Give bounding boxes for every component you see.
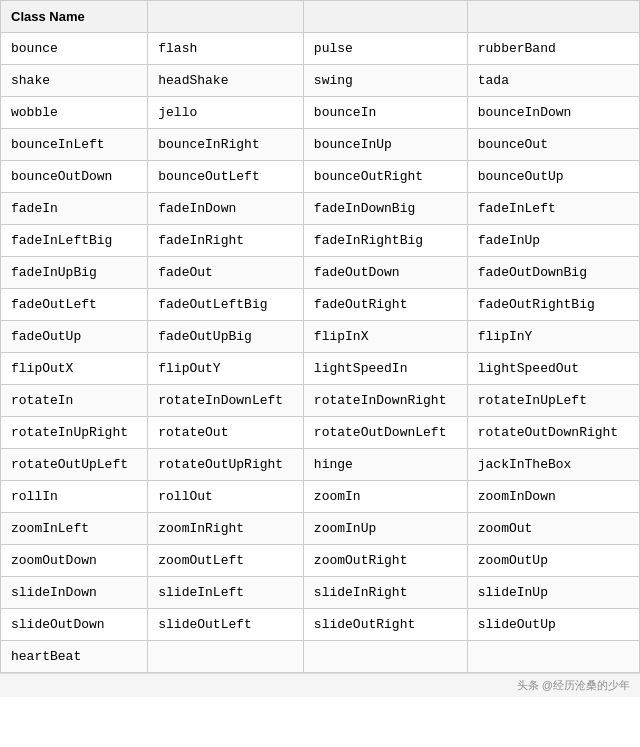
cell-2-1: jello bbox=[148, 97, 304, 129]
cell-19-1 bbox=[148, 641, 304, 673]
cell-0-2: pulse bbox=[303, 33, 467, 65]
cell-13-2: hinge bbox=[303, 449, 467, 481]
cell-15-3: zoomOut bbox=[467, 513, 639, 545]
cell-15-0: zoomInLeft bbox=[1, 513, 148, 545]
cell-18-2: slideOutRight bbox=[303, 609, 467, 641]
cell-4-3: bounceOutUp bbox=[467, 161, 639, 193]
animation-class-table: Class Name bounceflashpulserubberBandsha… bbox=[0, 0, 640, 673]
table-row: shakeheadShakeswingtada bbox=[1, 65, 640, 97]
cell-8-0: fadeOutLeft bbox=[1, 289, 148, 321]
cell-16-2: zoomOutRight bbox=[303, 545, 467, 577]
cell-9-1: fadeOutUpBig bbox=[148, 321, 304, 353]
cell-7-1: fadeOut bbox=[148, 257, 304, 289]
cell-12-0: rotateInUpRight bbox=[1, 417, 148, 449]
cell-14-0: rollIn bbox=[1, 481, 148, 513]
cell-15-2: zoomInUp bbox=[303, 513, 467, 545]
table-row: bounceflashpulserubberBand bbox=[1, 33, 640, 65]
cell-0-1: flash bbox=[148, 33, 304, 65]
table-row: rotateInrotateInDownLeftrotateInDownRigh… bbox=[1, 385, 640, 417]
table-row: bounceInLeftbounceInRightbounceInUpbounc… bbox=[1, 129, 640, 161]
footer-text: 头条 @经历沧桑的少年 bbox=[517, 679, 630, 691]
cell-13-0: rotateOutUpLeft bbox=[1, 449, 148, 481]
footer-bar: 头条 @经历沧桑的少年 bbox=[0, 673, 640, 697]
col-header-1: Class Name bbox=[1, 1, 148, 33]
cell-2-2: bounceIn bbox=[303, 97, 467, 129]
cell-13-3: jackInTheBox bbox=[467, 449, 639, 481]
cell-19-2 bbox=[303, 641, 467, 673]
cell-1-0: shake bbox=[1, 65, 148, 97]
table-row: rotateInUpRightrotateOutrotateOutDownLef… bbox=[1, 417, 640, 449]
table-row: fadeOutUpfadeOutUpBigflipInXflipInY bbox=[1, 321, 640, 353]
cell-15-1: zoomInRight bbox=[148, 513, 304, 545]
cell-10-3: lightSpeedOut bbox=[467, 353, 639, 385]
cell-16-1: zoomOutLeft bbox=[148, 545, 304, 577]
col-header-3 bbox=[303, 1, 467, 33]
cell-5-2: fadeInDownBig bbox=[303, 193, 467, 225]
cell-12-2: rotateOutDownLeft bbox=[303, 417, 467, 449]
cell-16-3: zoomOutUp bbox=[467, 545, 639, 577]
cell-1-1: headShake bbox=[148, 65, 304, 97]
table-row: wobblejellobounceInbounceInDown bbox=[1, 97, 640, 129]
cell-3-3: bounceOut bbox=[467, 129, 639, 161]
cell-11-2: rotateInDownRight bbox=[303, 385, 467, 417]
cell-8-1: fadeOutLeftBig bbox=[148, 289, 304, 321]
table-row: slideOutDownslideOutLeftslideOutRightsli… bbox=[1, 609, 640, 641]
cell-5-0: fadeIn bbox=[1, 193, 148, 225]
cell-9-0: fadeOutUp bbox=[1, 321, 148, 353]
table-row: fadeInUpBigfadeOutfadeOutDownfadeOutDown… bbox=[1, 257, 640, 289]
cell-3-2: bounceInUp bbox=[303, 129, 467, 161]
cell-7-0: fadeInUpBig bbox=[1, 257, 148, 289]
cell-4-0: bounceOutDown bbox=[1, 161, 148, 193]
cell-17-1: slideInLeft bbox=[148, 577, 304, 609]
cell-9-2: flipInX bbox=[303, 321, 467, 353]
cell-17-3: slideInUp bbox=[467, 577, 639, 609]
cell-6-2: fadeInRightBig bbox=[303, 225, 467, 257]
cell-17-0: slideInDown bbox=[1, 577, 148, 609]
cell-8-2: fadeOutRight bbox=[303, 289, 467, 321]
cell-7-2: fadeOutDown bbox=[303, 257, 467, 289]
cell-18-3: slideOutUp bbox=[467, 609, 639, 641]
cell-9-3: flipInY bbox=[467, 321, 639, 353]
cell-0-3: rubberBand bbox=[467, 33, 639, 65]
table-row: rotateOutUpLeftrotateOutUpRighthingejack… bbox=[1, 449, 640, 481]
cell-19-0: heartBeat bbox=[1, 641, 148, 673]
table-row: heartBeat bbox=[1, 641, 640, 673]
table-row: fadeOutLeftfadeOutLeftBigfadeOutRightfad… bbox=[1, 289, 640, 321]
table-row: rollInrollOutzoomInzoomInDown bbox=[1, 481, 640, 513]
cell-12-1: rotateOut bbox=[148, 417, 304, 449]
cell-11-3: rotateInUpLeft bbox=[467, 385, 639, 417]
cell-16-0: zoomOutDown bbox=[1, 545, 148, 577]
cell-8-3: fadeOutRightBig bbox=[467, 289, 639, 321]
col-header-4 bbox=[467, 1, 639, 33]
cell-1-2: swing bbox=[303, 65, 467, 97]
cell-14-1: rollOut bbox=[148, 481, 304, 513]
cell-11-0: rotateIn bbox=[1, 385, 148, 417]
cell-6-1: fadeInRight bbox=[148, 225, 304, 257]
cell-14-3: zoomInDown bbox=[467, 481, 639, 513]
cell-10-1: flipOutY bbox=[148, 353, 304, 385]
cell-0-0: bounce bbox=[1, 33, 148, 65]
table-row: fadeInLeftBigfadeInRightfadeInRightBigfa… bbox=[1, 225, 640, 257]
cell-7-3: fadeOutDownBig bbox=[467, 257, 639, 289]
cell-14-2: zoomIn bbox=[303, 481, 467, 513]
table-row: bounceOutDownbounceOutLeftbounceOutRight… bbox=[1, 161, 640, 193]
cell-19-3 bbox=[467, 641, 639, 673]
table-row: slideInDownslideInLeftslideInRightslideI… bbox=[1, 577, 640, 609]
cell-3-0: bounceInLeft bbox=[1, 129, 148, 161]
col-header-2 bbox=[148, 1, 304, 33]
cell-4-1: bounceOutLeft bbox=[148, 161, 304, 193]
cell-11-1: rotateInDownLeft bbox=[148, 385, 304, 417]
cell-4-2: bounceOutRight bbox=[303, 161, 467, 193]
cell-12-3: rotateOutDownRight bbox=[467, 417, 639, 449]
table-row: zoomOutDownzoomOutLeftzoomOutRightzoomOu… bbox=[1, 545, 640, 577]
cell-6-0: fadeInLeftBig bbox=[1, 225, 148, 257]
cell-17-2: slideInRight bbox=[303, 577, 467, 609]
cell-6-3: fadeInUp bbox=[467, 225, 639, 257]
cell-18-0: slideOutDown bbox=[1, 609, 148, 641]
cell-13-1: rotateOutUpRight bbox=[148, 449, 304, 481]
cell-2-3: bounceInDown bbox=[467, 97, 639, 129]
cell-10-0: flipOutX bbox=[1, 353, 148, 385]
cell-5-1: fadeInDown bbox=[148, 193, 304, 225]
cell-2-0: wobble bbox=[1, 97, 148, 129]
table-row: flipOutXflipOutYlightSpeedInlightSpeedOu… bbox=[1, 353, 640, 385]
